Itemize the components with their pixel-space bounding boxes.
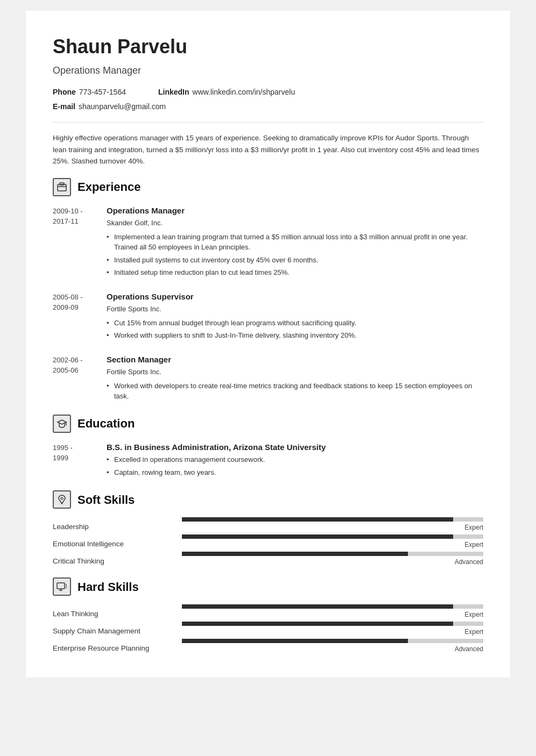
skill-level: Expert [182, 627, 483, 637]
summary-text: Highly effective operations manager with… [53, 132, 483, 167]
bullet-item: Installed pull systems to cut inventory … [107, 255, 483, 266]
skill-bar-bg [182, 604, 483, 609]
entry-bullets: Implemented a lean training program that… [107, 232, 483, 278]
entry-company: Fortile Sports Inc. [107, 304, 483, 315]
skill-bar-fill [182, 639, 408, 643]
skill-bar-fill [182, 534, 453, 539]
skill-bar-fill [182, 604, 453, 609]
entry-content: Operations Supervisor Fortile Sports Inc… [107, 291, 483, 343]
education-entry: 1995 -1999 B.S. in Business Administrati… [53, 441, 483, 480]
skill-bar-wrapper: Expert [182, 604, 483, 619]
entry-bullets: Cut 15% from annual budget through lean … [107, 318, 483, 341]
svg-rect-5 [57, 583, 65, 589]
entry-title: Operations Supervisor [107, 291, 483, 303]
skill-row: Enterprise Resource Planning Advanced [53, 639, 483, 654]
hard-skills-icon [53, 577, 71, 596]
skill-bar-wrapper: Advanced [182, 639, 483, 654]
skill-name: Lean Thinking [53, 609, 171, 619]
experience-title: Experience [77, 178, 140, 196]
date-col: 2009-10 -2017-11 [53, 205, 96, 280]
skill-name: Enterprise Resource Planning [53, 643, 171, 654]
education-section-header: Education [53, 415, 483, 433]
entry-bullets: Excelled in operations management course… [107, 454, 483, 477]
candidate-name: Shaun Parvelu [53, 32, 483, 61]
experience-entry: 2009-10 -2017-11 Operations Manager Skan… [53, 205, 483, 280]
date-col: 1995 -1999 [53, 441, 96, 480]
skill-bar-bg [182, 622, 483, 626]
resume-container: Shaun Parvelu Operations Manager Phone 7… [26, 11, 510, 677]
skill-name: Emotional Intelligence [53, 539, 171, 550]
bullet-item: Initiated setup time reduction plan to c… [107, 267, 483, 278]
skill-bar-wrapper: Expert [182, 622, 483, 637]
skill-row: Lean Thinking Expert [53, 604, 483, 619]
skill-bar-bg [182, 639, 483, 643]
skill-level: Advanced [182, 557, 483, 567]
skill-name: Leadership [53, 522, 171, 532]
soft-skills-section-header: Soft Skills [53, 490, 483, 509]
entry-title: Operations Manager [107, 205, 483, 217]
hard-skills-section-header: Hard Skills [53, 577, 483, 596]
experience-section-header: Experience [53, 178, 483, 196]
skill-name: Supply Chain Management [53, 626, 171, 637]
education-title: Education [77, 415, 135, 432]
soft-skills-title: Soft Skills [77, 491, 135, 509]
hard-skills-list: Lean Thinking Expert Supply Chain Manage… [53, 604, 483, 654]
experience-entry: 2005-08 -2009-09 Operations Supervisor F… [53, 291, 483, 343]
skill-bar-wrapper: Advanced [182, 552, 483, 567]
education-icon [53, 415, 71, 433]
entry-company: Skander Golf, Inc. [107, 218, 483, 229]
skill-level: Expert [182, 540, 483, 550]
linkedin-item: LinkedIn www.linkedin.com/in/shparvelu [158, 87, 295, 98]
linkedin-label: LinkedIn [158, 87, 189, 98]
experience-list: 2009-10 -2017-11 Operations Manager Skan… [53, 205, 483, 404]
entry-title: B.S. in Business Administration, Arizona… [107, 441, 483, 454]
date-col: 2002-06 -2005-06 [53, 354, 96, 404]
bullet-item: Worked with suppliers to shift to Just-I… [107, 330, 483, 341]
entry-content: B.S. in Business Administration, Arizona… [107, 441, 483, 480]
skill-bar-fill [182, 517, 453, 522]
bullet-item: Worked with developers to create real-ti… [107, 381, 483, 402]
skill-row: Leadership Expert [53, 517, 483, 532]
header-divider [53, 122, 483, 123]
education-list: 1995 -1999 B.S. in Business Administrati… [53, 441, 483, 480]
skill-bar-bg [182, 517, 483, 522]
entry-company: Fortile Sports Inc. [107, 367, 483, 377]
skill-level: Expert [182, 523, 483, 532]
skill-bar-fill [182, 622, 453, 626]
entry-title: Section Manager [107, 354, 483, 366]
bullet-item: Excelled in operations management course… [107, 454, 483, 465]
skill-row: Emotional Intelligence Expert [53, 534, 483, 550]
skill-name: Critical Thinking [53, 556, 171, 567]
skill-bar-wrapper: Expert [182, 534, 483, 550]
bullet-item: Cut 15% from annual budget through lean … [107, 318, 483, 329]
bullet-item: Captain, rowing team, two years. [107, 467, 483, 478]
entry-bullets: Worked with developers to create real-ti… [107, 381, 483, 402]
phone-value: 773-457-1564 [79, 87, 126, 98]
skill-row: Critical Thinking Advanced [53, 552, 483, 567]
soft-skills-list: Leadership Expert Emotional Intelligence… [53, 517, 483, 567]
date-col: 2005-08 -2009-09 [53, 291, 96, 343]
skill-bar-fill [182, 552, 408, 556]
experience-entry: 2002-06 -2005-06 Section Manager Fortile… [53, 354, 483, 404]
experience-icon [53, 178, 71, 196]
contact-row-2: E-mail shaunparvelu@gmail.com [53, 101, 483, 112]
svg-point-4 [61, 497, 63, 500]
skill-row: Supply Chain Management Expert [53, 622, 483, 637]
phone-item: Phone 773-457-1564 [53, 87, 126, 98]
email-item: E-mail shaunparvelu@gmail.com [53, 101, 166, 112]
candidate-title: Operations Manager [53, 63, 483, 78]
contact-row-1: Phone 773-457-1564 LinkedIn www.linkedin… [53, 87, 483, 98]
skill-bar-wrapper: Expert [182, 517, 483, 532]
skill-bar-bg [182, 534, 483, 539]
phone-label: Phone [53, 87, 76, 98]
bullet-item: Implemented a lean training program that… [107, 232, 483, 253]
skill-level: Advanced [182, 644, 483, 654]
svg-rect-0 [58, 184, 66, 191]
entry-content: Section Manager Fortile Sports Inc. Work… [107, 354, 483, 404]
hard-skills-title: Hard Skills [77, 578, 139, 596]
skill-level: Expert [182, 610, 483, 619]
entry-content: Operations Manager Skander Golf, Inc. Im… [107, 205, 483, 280]
email-value: shaunparvelu@gmail.com [79, 101, 166, 112]
linkedin-value: www.linkedin.com/in/shparvelu [193, 87, 295, 98]
svg-rect-1 [60, 183, 64, 185]
